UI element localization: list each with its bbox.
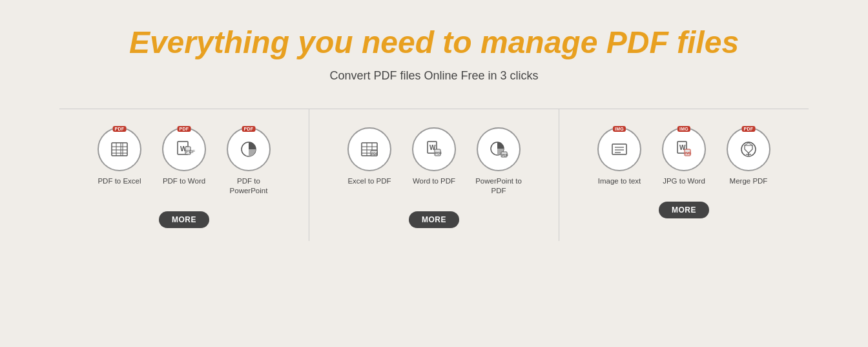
badge-image-text: IMG [613,126,626,132]
tool-label-pdf-ppt: PDF to PowerPoint [220,176,278,196]
excel-to-pdf-icon: PDF [358,138,381,161]
ppt-icon [237,138,260,161]
more-button-2[interactable]: MORE [409,211,459,228]
tool-label-jpg-word: JPG to Word [663,176,705,186]
tools-grid-2: PDF Excel to PDF W PDF Word to [340,127,528,196]
tool-excel-pdf[interactable]: PDF Excel to PDF [340,127,398,196]
tool-icon-pdf-word[interactable]: PDF W PDF [162,127,206,171]
tool-icon-image-text[interactable]: IMG [597,127,641,171]
excel-icon [108,138,131,161]
svg-text:PDF: PDF [435,151,442,155]
tool-label-merge-pdf: Merge PDF [730,176,768,186]
svg-text:PDF: PDF [186,149,195,154]
ppt-to-pdf-icon: PDF [487,138,510,161]
svg-text:PDF: PDF [371,152,378,156]
tool-pdf-excel[interactable]: PDF PDF to Excel [90,127,149,196]
tool-label-pdf-word: PDF to Word [163,176,205,186]
word-icon: W PDF [172,138,196,161]
more-button-1[interactable]: MORE [159,211,209,228]
badge-pdf-word: PDF [178,126,191,132]
section-pdf-from: PDF PDF to Excel [59,109,309,241]
svg-text:IMG: IMG [685,151,692,155]
tool-icon-jpg-word[interactable]: IMG W IMG [662,127,706,171]
tool-pdf-word[interactable]: PDF W PDF PDF to Word [155,127,213,196]
svg-text:PDF: PDF [502,152,508,156]
tool-pdf-ppt[interactable]: PDF PDF to PowerPoint [220,127,278,196]
tools-container: PDF PDF to Excel [59,109,809,241]
tool-icon-merge-pdf[interactable]: PDF [727,127,770,171]
tool-merge-pdf[interactable]: PDF Merge PDF [719,127,778,186]
tool-label-word-pdf: Word to PDF [413,176,455,186]
tools-grid-3: IMG Image to text IMG [590,127,778,186]
more-button-3[interactable]: MORE [659,202,709,218]
badge-merge-pdf: PDF [742,126,756,132]
tool-icon-pdf-ppt[interactable]: PDF [227,127,271,171]
tool-jpg-word[interactable]: IMG W IMG JPG to Word [655,127,713,186]
jpg-word-icon: W IMG [672,138,696,161]
tool-word-pdf[interactable]: W PDF Word to PDF [405,127,463,196]
tools-grid-1: PDF PDF to Excel [90,127,278,196]
tool-label-pdf-excel: PDF to Excel [98,176,141,186]
page-subtitle: Convert PDF files Online Free in 3 click… [329,69,538,83]
tool-icon-word-pdf[interactable]: W PDF [412,127,456,171]
tool-icon-ppt-pdf[interactable]: PDF [477,127,521,171]
section-image-tools: IMG Image to text IMG [559,109,809,241]
page-title: Everything you need to manage PDF files [129,26,739,60]
tool-label-ppt-pdf: PowerPoint to PDF [470,176,528,196]
merge-pdf-icon [737,138,760,161]
tool-icon-pdf-excel[interactable]: PDF [98,127,141,171]
badge-pdf-ppt: PDF [242,126,256,132]
badge-pdf-excel: PDF [113,126,127,132]
section-pdf-to: PDF Excel to PDF W PDF Word to [309,109,559,241]
tool-ppt-pdf[interactable]: PDF PowerPoint to PDF [470,127,528,196]
badge-jpg-word: IMG [677,126,690,132]
tool-image-text[interactable]: IMG Image to text [590,127,648,186]
image-text-icon [608,138,631,161]
tools-row: PDF PDF to Excel [59,109,809,241]
tool-icon-excel-pdf[interactable]: PDF [347,127,391,171]
svg-rect-27 [612,144,626,154]
tool-label-image-text: Image to text [598,176,641,186]
tool-label-excel-pdf: Excel to PDF [347,176,391,186]
svg-rect-0 [112,143,127,156]
word-to-pdf-icon: W PDF [422,138,446,161]
